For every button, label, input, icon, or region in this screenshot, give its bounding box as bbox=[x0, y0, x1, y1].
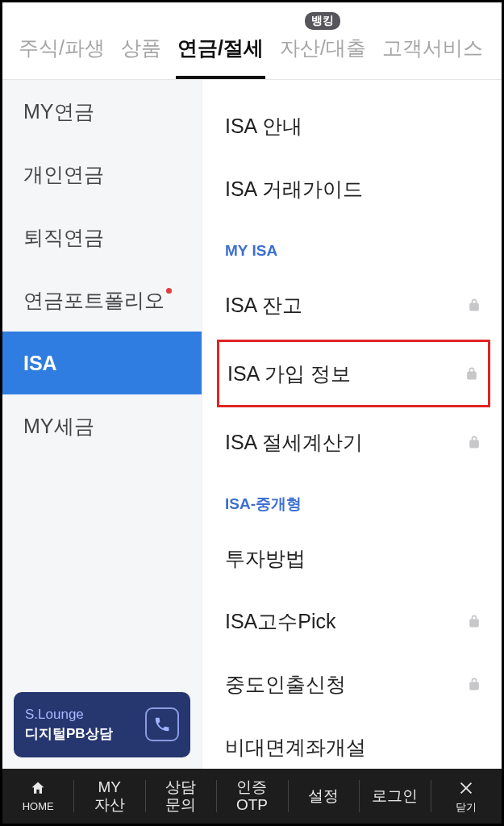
phone-icon bbox=[145, 707, 179, 741]
lounge-text: S.Lounge 디지털PB상담 bbox=[25, 705, 113, 745]
bottom-my[interactable]: MY 자산 bbox=[73, 769, 144, 824]
content-item-label: MY ISA bbox=[225, 242, 277, 260]
sidebar-item-0[interactable]: MY연금 bbox=[2, 80, 202, 143]
content-section-head: MY ISA bbox=[225, 228, 482, 273]
bottom-nav: HOMEMY 자산상담 문의인증 OTP설정로그인닫기 bbox=[2, 769, 502, 824]
content-list: ISA 안내ISA 거래가이드MY ISAISA 잔고ISA 가입 정보ISA … bbox=[202, 80, 502, 769]
bottom-label: 로그인 bbox=[372, 787, 418, 805]
content-item-0[interactable]: ISA 안내 bbox=[225, 94, 482, 157]
content-item-9[interactable]: 중도인출신청 bbox=[225, 653, 482, 715]
lounge-sub: 디지털PB상담 bbox=[25, 724, 113, 745]
bottom-label: MY 자산 bbox=[94, 778, 125, 814]
sidebar-item-1[interactable]: 개인연금 bbox=[2, 143, 202, 206]
bottom-label: 닫기 bbox=[456, 802, 477, 814]
content-item-10[interactable]: 비대면계좌개설 bbox=[225, 715, 482, 769]
content-item-label: ISA 잔고 bbox=[225, 292, 302, 319]
top-tabs: 주식/파생상품연금/절세자산/대출뱅킹고객서비스 bbox=[2, 2, 502, 80]
content-item-7[interactable]: 투자방법 bbox=[225, 527, 482, 590]
content-item-label: 투자방법 bbox=[225, 545, 306, 572]
lounge-card[interactable]: S.Lounge 디지털PB상담 bbox=[14, 692, 190, 757]
body: MY연금개인연금퇴직연금연금포트폴리오ISAMY세금 S.Lounge 디지털P… bbox=[2, 80, 502, 769]
top-tab-0[interactable]: 주식/파생 bbox=[17, 17, 106, 79]
lock-icon bbox=[464, 365, 480, 382]
lounge-title: S.Lounge bbox=[25, 705, 113, 725]
bottom-label: 상담 문의 bbox=[165, 778, 196, 814]
home-icon bbox=[30, 780, 46, 799]
content-item-3[interactable]: ISA 잔고 bbox=[225, 273, 482, 336]
content-item-8[interactable]: ISA고수Pick bbox=[225, 590, 482, 653]
content-item-label: ISA고수Pick bbox=[225, 608, 336, 635]
bottom-consult[interactable]: 상담 문의 bbox=[145, 769, 216, 824]
content-item-label: ISA 절세계산기 bbox=[225, 429, 363, 456]
sidebar-item-label: MY연금 bbox=[23, 98, 94, 125]
content-item-5[interactable]: ISA 절세계산기 bbox=[225, 411, 482, 473]
lock-icon bbox=[466, 675, 482, 693]
bottom-label: HOME bbox=[23, 801, 54, 813]
sidebar-item-3[interactable]: 연금포트폴리오 bbox=[2, 269, 202, 332]
content-section-head: ISA-중개형 bbox=[225, 482, 482, 527]
content-item-label: ISA 거래가이드 bbox=[225, 176, 363, 202]
sidebar-item-5[interactable]: MY세금 bbox=[2, 394, 202, 457]
bottom-close[interactable]: 닫기 bbox=[431, 769, 502, 824]
lock-icon bbox=[466, 612, 482, 630]
content-item-label: 중도인출신청 bbox=[225, 671, 346, 698]
content-item-label: ISA-중개형 bbox=[225, 494, 302, 515]
content-item-label: 비대면계좌개설 bbox=[225, 734, 366, 761]
bottom-settings[interactable]: 설정 bbox=[288, 769, 359, 824]
top-tab-3[interactable]: 자산/대출뱅킹 bbox=[278, 17, 368, 79]
sidebar: MY연금개인연금퇴직연금연금포트폴리오ISAMY세금 S.Lounge 디지털P… bbox=[2, 80, 202, 769]
sidebar-item-label: 연금포트폴리오 bbox=[23, 287, 165, 314]
lock-icon bbox=[466, 433, 482, 451]
sidebar-item-4[interactable]: ISA bbox=[2, 332, 202, 394]
content-item-label: ISA 안내 bbox=[225, 113, 302, 140]
bottom-home[interactable]: HOME bbox=[2, 769, 73, 824]
close-icon bbox=[457, 779, 475, 800]
tab-badge: 뱅킹 bbox=[305, 12, 340, 30]
new-dot-icon bbox=[166, 288, 172, 294]
bottom-login[interactable]: 로그인 bbox=[359, 769, 430, 824]
top-tab-4[interactable]: 고객서비스 bbox=[381, 17, 485, 79]
sidebar-list: MY연금개인연금퇴직연금연금포트폴리오ISAMY세금 bbox=[2, 80, 202, 692]
content-item-label: ISA 가입 정보 bbox=[227, 361, 351, 387]
content-item-4[interactable]: ISA 가입 정보 bbox=[217, 340, 490, 407]
sidebar-item-2[interactable]: 퇴직연금 bbox=[2, 206, 202, 269]
bottom-label: 인증 OTP bbox=[236, 778, 268, 814]
top-tab-1[interactable]: 상품 bbox=[119, 17, 163, 79]
content-item-1[interactable]: ISA 거래가이드 bbox=[225, 157, 482, 220]
bottom-label: 설정 bbox=[308, 787, 339, 805]
sidebar-item-label: MY세금 bbox=[23, 413, 94, 440]
lock-icon bbox=[466, 296, 482, 314]
sidebar-item-label: 개인연금 bbox=[23, 161, 104, 188]
bottom-otp[interactable]: 인증 OTP bbox=[216, 769, 287, 824]
sidebar-item-label: 퇴직연금 bbox=[23, 224, 104, 251]
top-tab-2[interactable]: 연금/절세 bbox=[176, 17, 265, 79]
sidebar-item-label: ISA bbox=[23, 352, 57, 375]
